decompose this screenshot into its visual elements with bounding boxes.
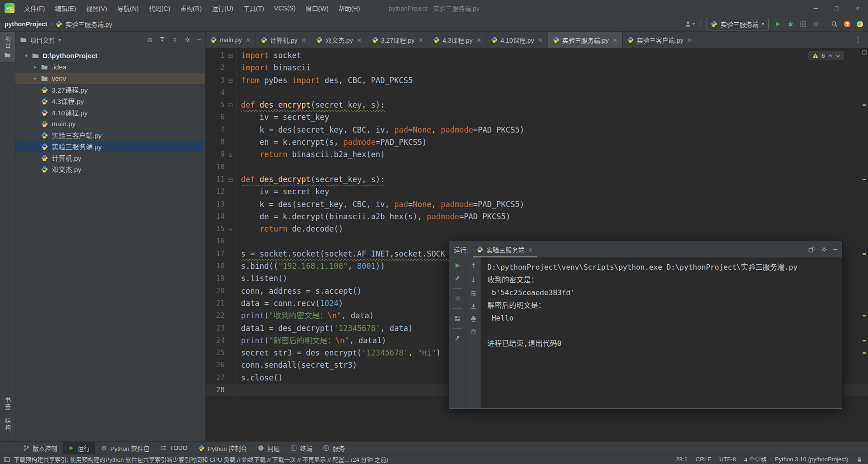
line-number[interactable]: 4 bbox=[206, 87, 225, 99]
editor-tab-实验三客户端.py[interactable]: 实验三客户端.py× bbox=[623, 32, 697, 48]
tree-item-实验三服务端.py[interactable]: 实验三服务端.py bbox=[15, 141, 205, 152]
tool-button-structure[interactable]: 结构 bbox=[0, 414, 15, 435]
run-tab[interactable]: 实验三服务端 × bbox=[473, 242, 537, 257]
code-text[interactable]: iv = secret_key bbox=[236, 186, 868, 198]
chevron-right-icon[interactable]: ▸ bbox=[31, 64, 40, 70]
close-icon[interactable]: × bbox=[357, 36, 362, 44]
code-line-2[interactable]: 2import binascii bbox=[206, 62, 868, 74]
code-line-12[interactable]: 12 iv = secret_key bbox=[206, 186, 868, 198]
maximize-icon[interactable]: □ bbox=[826, 0, 847, 16]
code-line-10[interactable]: 10 bbox=[206, 161, 868, 173]
line-number[interactable]: 7 bbox=[206, 124, 225, 136]
run-button[interactable] bbox=[774, 20, 781, 28]
line-number[interactable]: 19 bbox=[206, 272, 225, 285]
tool-button-project[interactable]: 项目 bbox=[0, 32, 15, 62]
tree-item-D:\pythonProject[interactable]: ▾D:\pythonProject bbox=[15, 50, 205, 61]
next-warning-icon[interactable] bbox=[836, 54, 840, 58]
down-stacktrace-icon[interactable]: ↓ bbox=[471, 276, 476, 284]
line-number[interactable]: 24 bbox=[206, 335, 225, 347]
close-icon[interactable]: × bbox=[687, 36, 692, 44]
tree-item-计算机.py[interactable]: 计算机.py bbox=[15, 152, 205, 163]
line-number[interactable]: 9 bbox=[206, 148, 225, 161]
stop-button[interactable] bbox=[454, 295, 461, 302]
line-number[interactable]: 8 bbox=[206, 136, 225, 148]
line-number[interactable]: 20 bbox=[206, 285, 225, 297]
editor[interactable]: 1⊟import socket2import binascii3⊟from py… bbox=[206, 48, 868, 441]
tool-window-switcher-icon[interactable] bbox=[4, 456, 10, 463]
close-icon[interactable]: × bbox=[847, 0, 868, 16]
code-text[interactable] bbox=[236, 161, 868, 173]
code-text[interactable]: en = k.encrypt(s, padmode=PAD_PKCS5) bbox=[236, 136, 868, 148]
line-number[interactable]: 27 bbox=[206, 372, 225, 384]
status-widget-0[interactable]: 28:1 bbox=[676, 456, 687, 463]
tool-window-button-终端[interactable]: 终端 bbox=[285, 442, 317, 454]
restore-layout-icon[interactable] bbox=[454, 315, 461, 322]
menu-item-8[interactable]: VCS(S) bbox=[269, 0, 300, 16]
status-widget-2[interactable]: UTF-8 bbox=[719, 456, 736, 463]
debug-button[interactable] bbox=[787, 20, 794, 28]
close-icon[interactable]: × bbox=[301, 36, 306, 44]
inspections-toggle-icon[interactable] bbox=[862, 50, 867, 55]
error-stripe[interactable] bbox=[861, 48, 868, 441]
code-text[interactable]: import binascii bbox=[236, 62, 868, 74]
line-number[interactable]: 17 bbox=[206, 248, 225, 260]
pin-tab-icon[interactable] bbox=[454, 335, 461, 342]
editor-tab-3.27课程.py[interactable]: 3.27课程.py× bbox=[367, 32, 429, 48]
tree-item-4.10课程.py[interactable]: 4.10课程.py bbox=[15, 107, 205, 118]
close-icon[interactable]: × bbox=[476, 36, 481, 44]
code-line-14[interactable]: 14 de = k.decrypt(binascii.a2b_hex(s), p… bbox=[206, 211, 868, 223]
collapse-all-icon[interactable] bbox=[172, 36, 178, 43]
run-with-coverage-button[interactable] bbox=[799, 20, 807, 28]
up-stacktrace-icon[interactable]: ↑ bbox=[471, 262, 476, 270]
line-number[interactable]: 14 bbox=[206, 211, 225, 223]
line-number[interactable]: 15 bbox=[206, 223, 225, 235]
float-window-icon[interactable] bbox=[808, 246, 815, 253]
menu-item-0[interactable]: 文件(F) bbox=[19, 0, 50, 16]
fold-marker-icon[interactable]: ⊟ bbox=[225, 74, 236, 87]
code-text[interactable]: return binascii.b2a_hex(en) bbox=[236, 148, 868, 161]
stop-button[interactable] bbox=[812, 20, 819, 28]
tree-item-main.py[interactable]: main.py bbox=[15, 118, 205, 129]
close-icon[interactable]: × bbox=[245, 36, 251, 44]
tree-item-3.27课程.py[interactable]: 3.27课程.py bbox=[15, 84, 205, 95]
clear-all-icon[interactable] bbox=[470, 328, 477, 335]
code-text[interactable]: de = k.decrypt(binascii.a2b_hex(s), padm… bbox=[236, 211, 868, 223]
tool-button-bookmarks[interactable]: 书签 bbox=[0, 393, 15, 414]
code-line-15[interactable]: 15⌂ return de.decode() bbox=[206, 223, 868, 235]
code-line-3[interactable]: 3⊟from pyDes import des, CBC, PAD_PKCS5 bbox=[206, 74, 868, 87]
hide-panel-icon[interactable]: ─ bbox=[834, 246, 837, 253]
code-text[interactable]: def des_decrypt(secret_key, s): bbox=[236, 173, 868, 186]
line-number[interactable]: 28 bbox=[206, 384, 225, 396]
code-text[interactable]: import socket bbox=[236, 49, 868, 62]
code-with-me-icon[interactable] bbox=[856, 20, 863, 28]
tool-window-button-运行[interactable]: 运行 bbox=[63, 442, 95, 454]
menu-item-7[interactable]: 工具(T) bbox=[238, 0, 269, 16]
breadcrumb-file[interactable]: 实验三服务端.py bbox=[65, 20, 112, 29]
line-number[interactable]: 18 bbox=[206, 260, 225, 272]
code-line-11[interactable]: 11⊟def des_decrypt(secret_key, s): bbox=[206, 173, 868, 186]
status-widget-3[interactable]: 4 个空格 bbox=[744, 455, 767, 464]
line-number[interactable]: 6 bbox=[206, 111, 225, 123]
print-icon[interactable] bbox=[470, 316, 477, 322]
line-number[interactable]: 5 bbox=[206, 99, 225, 111]
close-icon[interactable]: × bbox=[528, 246, 533, 253]
line-number[interactable]: 3 bbox=[206, 74, 225, 87]
menu-item-10[interactable]: 帮助(H) bbox=[333, 0, 365, 16]
line-number[interactable]: 16 bbox=[206, 235, 225, 247]
code-line-7[interactable]: 7 k = des(secret_key, CBC, iv, pad=None,… bbox=[206, 124, 868, 136]
scroll-to-end-icon[interactable] bbox=[470, 303, 477, 310]
menu-item-6[interactable]: 运行(U) bbox=[207, 0, 238, 16]
rerun-button[interactable] bbox=[454, 262, 461, 269]
tool-window-button-TODO[interactable]: TODO bbox=[155, 442, 192, 454]
menu-item-3[interactable]: 导航(N) bbox=[112, 0, 143, 16]
tree-item-邓文杰.py[interactable]: 邓文杰.py bbox=[15, 163, 205, 175]
line-number[interactable]: 13 bbox=[206, 198, 225, 211]
menu-item-5[interactable]: 重构(R) bbox=[175, 0, 206, 16]
fold-marker-icon[interactable]: ⊟ bbox=[225, 99, 236, 111]
line-number[interactable]: 21 bbox=[206, 297, 225, 310]
line-number[interactable]: 22 bbox=[206, 310, 225, 322]
code-text[interactable]: iv = secret_key bbox=[236, 111, 868, 123]
line-number[interactable]: 12 bbox=[206, 186, 225, 198]
chevron-right-icon[interactable]: ▸ bbox=[31, 75, 40, 81]
code-line-9[interactable]: 9⌂ return binascii.b2a_hex(en) bbox=[206, 148, 868, 161]
